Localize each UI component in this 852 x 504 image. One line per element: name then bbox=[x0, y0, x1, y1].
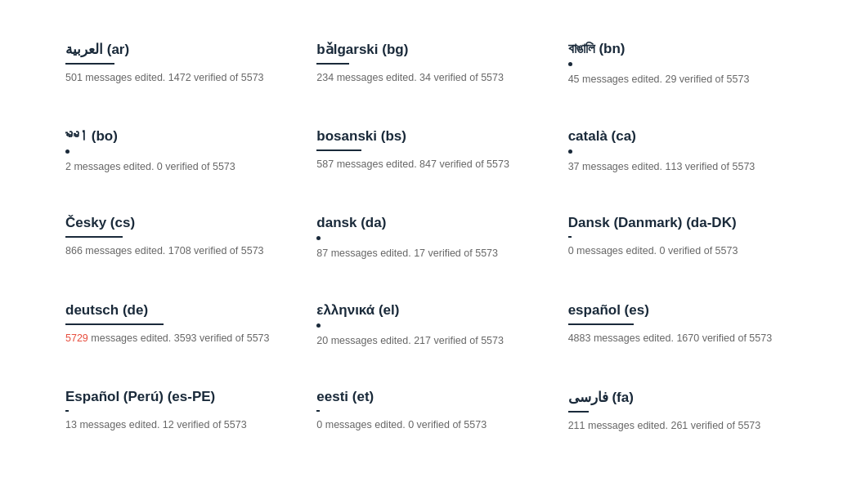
lang-underline bbox=[568, 62, 572, 66]
lang-item[interactable]: বাঙালি (bn)45 messages edited. 29 verifi… bbox=[552, 16, 803, 104]
lang-stats: 45 messages edited. 29 verified of 5573 bbox=[568, 73, 787, 87]
lang-title: eesti (et) bbox=[316, 389, 535, 405]
lang-item[interactable]: ελληνικά (el)20 messages edited. 217 ver… bbox=[300, 278, 551, 365]
lang-stats: 211 messages edited. 261 verified of 557… bbox=[568, 419, 787, 434]
lang-underline bbox=[65, 410, 69, 412]
lang-title: বাঙালি (bn) bbox=[568, 41, 787, 57]
lang-underline bbox=[568, 236, 572, 238]
lang-underline bbox=[568, 411, 589, 413]
lang-stats: 0 messages edited. 0 verified of 5573 bbox=[316, 418, 535, 433]
lang-stats: 4883 messages edited. 1670 verified of 5… bbox=[568, 332, 787, 346]
lang-title: Dansk (Danmark) (da-DK) bbox=[568, 215, 787, 231]
lang-title: dansk (da) bbox=[316, 215, 535, 231]
lang-stats: 13 messages edited. 12 verified of 5573 bbox=[65, 418, 284, 433]
lang-stats: 0 messages edited. 0 verified of 5573 bbox=[568, 244, 787, 259]
lang-underline bbox=[316, 149, 361, 151]
lang-item[interactable]: dansk (da)87 messages edited. 17 verifie… bbox=[300, 190, 551, 278]
lang-title: ελληνικά (el) bbox=[316, 302, 535, 319]
lang-item[interactable]: català (ca)37 messages edited. 113 verif… bbox=[552, 104, 803, 191]
lang-item[interactable]: bǎlgarski (bg)234 messages edited. 34 ve… bbox=[300, 16, 551, 104]
lang-title: español (es) bbox=[568, 302, 787, 319]
lang-underline bbox=[65, 236, 123, 238]
lang-item[interactable]: bosanski (bs)587 messages edited. 847 ve… bbox=[300, 104, 551, 191]
lang-title: فارسی (fa) bbox=[568, 389, 787, 406]
lang-stats: 87 messages edited. 17 verified of 5573 bbox=[316, 247, 535, 261]
lang-underline bbox=[316, 410, 320, 412]
lang-title: ༄༅། (bo) bbox=[65, 128, 284, 145]
lang-title: Česky (cs) bbox=[65, 215, 284, 231]
lang-title: bosanski (bs) bbox=[316, 128, 535, 145]
lang-stats: 501 messages edited. 1472 verified of 55… bbox=[65, 71, 284, 86]
lang-underline bbox=[316, 323, 321, 328]
lang-underline bbox=[65, 63, 114, 65]
lang-stats: 2 messages edited. 0 verified of 5573 bbox=[65, 160, 284, 175]
lang-title: bǎlgarski (bg) bbox=[316, 41, 535, 58]
lang-title: Español (Perú) (es-PE) bbox=[65, 389, 284, 405]
lang-underline bbox=[316, 63, 349, 65]
lang-underline bbox=[316, 236, 321, 240]
language-grid: العربية (ar)501 messages edited. 1472 ve… bbox=[49, 16, 803, 450]
lang-item[interactable]: ༄༅། (bo)2 messages edited. 0 verified of… bbox=[49, 104, 300, 191]
lang-item[interactable]: Česky (cs)866 messages edited. 1708 veri… bbox=[49, 190, 300, 278]
lang-stats: 587 messages edited. 847 verified of 557… bbox=[316, 158, 535, 172]
lang-stats: 5729 messages edited. 3593 verified of 5… bbox=[65, 332, 284, 346]
lang-item[interactable]: deutsch (de)5729 messages edited. 3593 v… bbox=[49, 278, 300, 365]
lang-stats: 866 messages edited. 1708 verified of 55… bbox=[65, 244, 284, 259]
edited-count: 5729 bbox=[65, 332, 88, 344]
lang-item[interactable]: eesti (et)0 messages edited. 0 verified … bbox=[300, 364, 551, 450]
lang-stats: 37 messages edited. 113 verified of 5573 bbox=[568, 160, 787, 175]
lang-item[interactable]: Español (Perú) (es-PE)13 messages edited… bbox=[49, 364, 300, 450]
lang-title: català (ca) bbox=[568, 128, 787, 145]
lang-title: العربية (ar) bbox=[65, 41, 284, 58]
lang-item[interactable]: العربية (ar)501 messages edited. 1472 ve… bbox=[49, 16, 300, 104]
lang-stats: 234 messages edited. 34 verified of 5573 bbox=[316, 71, 535, 86]
lang-underline bbox=[568, 323, 634, 325]
lang-item[interactable]: español (es)4883 messages edited. 1670 v… bbox=[552, 278, 803, 365]
lang-item[interactable]: فارسی (fa)211 messages edited. 261 verif… bbox=[552, 364, 803, 450]
lang-item[interactable]: Dansk (Danmark) (da-DK)0 messages edited… bbox=[552, 190, 803, 278]
lang-underline bbox=[65, 323, 164, 325]
lang-underline bbox=[568, 149, 572, 154]
lang-stats: 20 messages edited. 217 verified of 5573 bbox=[316, 334, 535, 349]
lang-underline bbox=[65, 149, 70, 154]
lang-title: deutsch (de) bbox=[65, 302, 284, 319]
